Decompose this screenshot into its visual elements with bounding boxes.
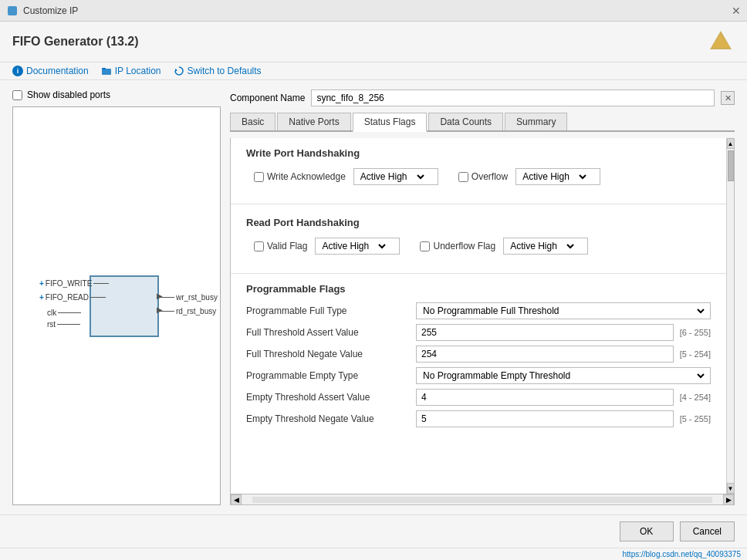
tab-basic[interactable]: Basic [230, 113, 275, 130]
rst-port: rst [47, 320, 56, 329]
prog-empty-type-select-wrapper[interactable]: No Programmable Empty Threshold Single P… [416, 367, 711, 384]
clk-port: clk [47, 309, 56, 317]
divider-1 [231, 204, 726, 204]
full-assert-input[interactable] [416, 324, 674, 341]
prog-empty-type-select[interactable]: No Programmable Empty Threshold Single P… [420, 369, 707, 382]
empty-negate-range: [5 - 255] [680, 414, 711, 423]
empty-negate-row: Empty Threshold Negate Value [5 - 255] [246, 410, 711, 427]
refresh-icon [174, 66, 184, 76]
empty-assert-row: Empty Threshold Assert Value [4 - 254] [246, 389, 711, 406]
write-acknowledge-dropdown[interactable]: Active High Active Low [353, 168, 438, 185]
full-negate-range: [5 - 254] [680, 349, 711, 359]
svg-rect-3 [102, 69, 111, 75]
empty-negate-input[interactable] [416, 410, 674, 427]
valid-flag-dropdown[interactable]: Active High Active Low [315, 238, 400, 255]
read-port-title: Read Port Handshaking [246, 217, 711, 228]
write-acknowledge-row: Write Acknowledge Active High Active Low [246, 168, 711, 185]
divider-2 [231, 273, 726, 274]
app-logo [707, 28, 735, 56]
underflow-flag-checkbox-label[interactable]: Underflow Flag [420, 241, 495, 251]
titlebar: Customize IP ✕ [0, 0, 747, 22]
info-icon: i [12, 66, 23, 76]
valid-flag-label: Valid Flag [267, 241, 307, 251]
scrollbar-down-button[interactable]: ▼ [727, 483, 735, 494]
overflow-checkbox[interactable] [458, 172, 468, 182]
prog-full-type-select-wrapper[interactable]: No Programmable Full Threshold Single Pr… [416, 302, 711, 319]
ip-location-label: IP Location [115, 66, 161, 76]
prog-full-type-select[interactable]: No Programmable Full Threshold Single Pr… [420, 305, 707, 317]
tabs-container: Basic Native Ports Status Flags Data Cou… [230, 113, 735, 132]
tab-summary[interactable]: Summary [505, 113, 567, 130]
fifo-write-port: FIFO_WRITE [46, 279, 93, 288]
switch-defaults-label: Switch to Defaults [188, 66, 262, 76]
fifo-read-expand: + [39, 293, 44, 302]
write-port-title: Write Port Handshaking [246, 147, 711, 159]
write-acknowledge-label: Write Acknowledge [267, 171, 346, 182]
ok-button[interactable]: OK [620, 521, 674, 541]
underflow-flag-checkbox[interactable] [420, 241, 430, 251]
svg-rect-4 [102, 68, 106, 69]
close-button[interactable]: ✕ [732, 5, 741, 17]
scrollbar-track-h [252, 497, 712, 503]
overflow-dropdown[interactable]: Active High Active Low [515, 168, 600, 185]
underflow-flag-dropdown[interactable]: Active High Active Low [503, 238, 588, 255]
overflow-checkbox-label[interactable]: Overflow [458, 171, 508, 182]
empty-negate-label: Empty Threshold Negate Value [246, 413, 416, 424]
component-name-label: Component Name [230, 93, 305, 103]
tab-status-flags[interactable]: Status Flags [353, 113, 428, 132]
app-container: FIFO Generator (13.2) i Documentation IP… [0, 22, 747, 560]
prog-full-type-label: Programmable Full Type [246, 305, 416, 316]
overflow-select[interactable]: Active High Active Low [519, 170, 589, 183]
write-acknowledge-select[interactable]: Active High Active Low [357, 170, 427, 183]
prog-empty-type-label: Programmable Empty Type [246, 370, 416, 381]
tab-native-ports[interactable]: Native Ports [277, 113, 350, 130]
write-acknowledge-checkbox[interactable] [254, 172, 264, 182]
valid-flag-checkbox-label[interactable]: Valid Flag [254, 241, 307, 251]
tab-scroll[interactable]: Write Port Handshaking Write Acknowledge… [231, 138, 726, 494]
fifo-diagram-box: + FIFO_WRITE + FIFO_READ clk rst [12, 106, 221, 505]
rd-rst-busy-port: rd_rst_busy [176, 307, 216, 315]
right-arrow-1: ▶ [157, 292, 163, 300]
empty-assert-input[interactable] [416, 389, 674, 406]
valid-flag-select[interactable]: Active High Active Low [319, 240, 388, 252]
scrollbar-left-button[interactable]: ◀ [231, 494, 242, 505]
component-name-input[interactable] [311, 89, 715, 106]
full-assert-label: Full Threshold Assert Value [246, 327, 416, 338]
underflow-flag-select[interactable]: Active High Active Low [507, 240, 576, 252]
app-title: FIFO Generator (13.2) [12, 35, 139, 49]
show-disabled-ports-checkbox[interactable] [12, 90, 22, 100]
component-name-clear-button[interactable]: ✕ [721, 91, 735, 105]
prog-full-type-row: Programmable Full Type No Programmable F… [246, 302, 711, 319]
ip-location-button[interactable]: IP Location [101, 66, 161, 76]
empty-assert-range: [4 - 254] [680, 393, 711, 402]
scrollbar-thumb[interactable] [728, 150, 734, 181]
scrollbar-up-button[interactable]: ▲ [727, 138, 735, 149]
switch-defaults-button[interactable]: Switch to Defaults [174, 66, 262, 76]
bottom-scrollbar: ◀ ▶ [231, 494, 734, 504]
right-scrollbar: ▲ ▼ [726, 138, 734, 494]
full-negate-label: Full Threshold Negate Value [246, 349, 416, 359]
valid-flag-checkbox[interactable] [254, 241, 264, 251]
overflow-label: Overflow [472, 171, 508, 182]
full-negate-row: Full Threshold Negate Value [5 - 254] [246, 346, 711, 363]
urlbar: https://blog.csdn.net/qq_40093375 [0, 548, 747, 560]
cancel-button[interactable]: Cancel [680, 521, 735, 541]
show-disabled-ports-label: Show disabled ports [27, 89, 110, 100]
full-negate-input[interactable] [416, 346, 674, 363]
prog-flags-section: Programmable Flags Programmable Full Typ… [231, 277, 726, 438]
read-port-row: Valid Flag Active High Active Low [246, 238, 711, 255]
toolbar: i Documentation IP Location Switch to De… [0, 62, 747, 80]
prog-empty-type-row: Programmable Empty Type No Programmable … [246, 367, 711, 384]
tab-content-wrapper: Write Port Handshaking Write Acknowledge… [231, 138, 734, 494]
empty-assert-label: Empty Threshold Assert Value [246, 392, 416, 403]
svg-rect-0 [8, 6, 17, 15]
read-port-section: Read Port Handshaking Valid Flag Active … [231, 207, 726, 270]
underflow-flag-label: Underflow Flag [433, 241, 495, 251]
tab-data-counts[interactable]: Data Counts [428, 113, 503, 130]
documentation-button[interactable]: i Documentation [12, 66, 89, 76]
folder-icon [101, 66, 112, 76]
right-panel: Component Name ✕ Basic Native Ports Stat… [230, 89, 735, 505]
url-text: https://blog.csdn.net/qq_40093375 [623, 550, 741, 558]
write-acknowledge-checkbox-label[interactable]: Write Acknowledge [254, 171, 346, 182]
scrollbar-right-button[interactable]: ▶ [723, 494, 734, 505]
